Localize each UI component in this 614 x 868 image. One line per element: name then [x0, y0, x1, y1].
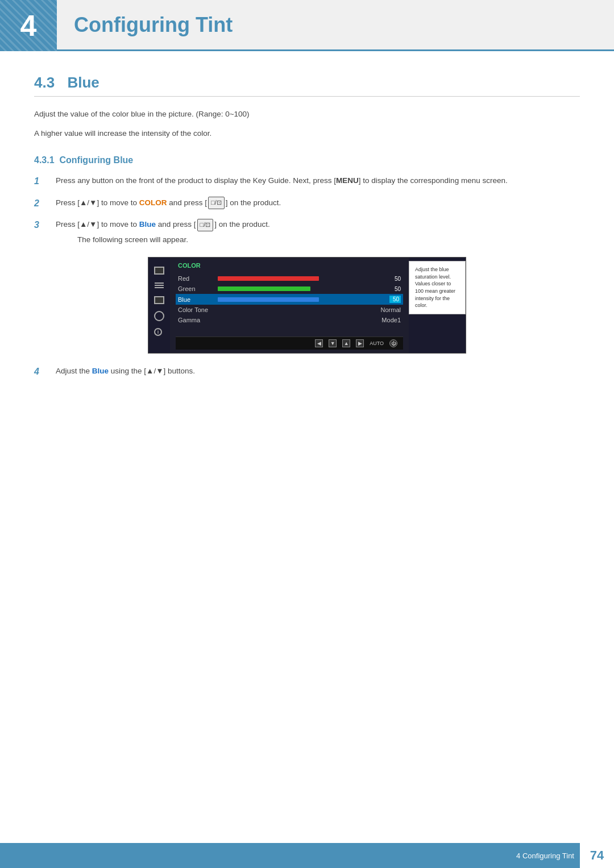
monitor-bar-green — [218, 286, 310, 291]
chapter-title-block: Configuring Tint — [57, 0, 614, 51]
step-3: 3 Press [▲/▼] to move to Blue and press … — [34, 218, 580, 246]
main-content: 4.3 Blue Adjust the value of the color b… — [0, 68, 614, 433]
monitor-row-blue: Blue 50 — [176, 294, 403, 305]
step-3-icon: □/⊡ — [197, 219, 214, 231]
monitor-value-blue: 50 — [389, 296, 401, 303]
monitor-gear-icon — [154, 311, 164, 321]
step-3-indent: The following screen will appear. — [77, 234, 580, 246]
monitor-value-green: 50 — [389, 286, 401, 292]
step-4-number: 4 — [34, 364, 51, 379]
monitor-bar-blue-container — [218, 297, 386, 302]
nav-down: ▼ — [329, 339, 337, 347]
footer-page-number: 74 — [580, 843, 614, 868]
nav-right: ▶ — [356, 339, 364, 347]
monitor-screenshot: i COLOR Red 50 Green 50 — [148, 257, 466, 354]
monitor-left-icons: i — [148, 258, 170, 353]
step-2-number: 2 — [34, 196, 51, 211]
nav-auto: AUTO — [370, 340, 384, 346]
step-3-content: Press [▲/▼] to move to Blue and press [□… — [56, 218, 580, 246]
monitor-label-colortone: Color Tone — [178, 306, 218, 313]
step-2-content: Press [▲/▼] to move to COLOR and press [… — [56, 197, 580, 211]
nav-left: ◀ — [315, 339, 323, 347]
section-title: Blue — [67, 74, 99, 91]
monitor-row-colortone: Color Tone Normal — [176, 305, 403, 315]
step-4-content: Adjust the Blue using the [▲/▼] buttons. — [56, 365, 580, 379]
monitor-value-red: 50 — [389, 276, 401, 282]
monitor-bar-green-container — [218, 286, 386, 291]
subsection-title: Configuring Blue — [59, 155, 133, 165]
step-1-number: 1 — [34, 174, 51, 189]
step-3-number: 3 — [34, 218, 51, 246]
monitor-row-gamma: Gamma Mode1 — [176, 315, 403, 325]
chapter-header: 4 Configuring Tint — [0, 0, 614, 51]
steps-list: 1 Press any button on the front of the p… — [34, 175, 580, 246]
step-1-menu-key: MENU — [336, 176, 359, 185]
monitor-tooltip: Adjust the blue saturation level. Values… — [409, 261, 466, 314]
chapter-number: 4 — [20, 9, 37, 43]
step-2-icon: □/⊡ — [208, 197, 225, 209]
paragraph2: A higher value will increase the intensi… — [34, 127, 580, 140]
step-3-blue-highlight: Blue — [139, 220, 156, 229]
chapter-number-block: 4 — [0, 0, 57, 51]
page-footer: 4 Configuring Tint 74 — [0, 843, 614, 868]
monitor-lines-icon — [154, 281, 164, 289]
monitor-bar-red-container — [218, 276, 386, 281]
monitor-tv-icon — [154, 267, 164, 275]
step-2: 2 Press [▲/▼] to move to COLOR and press… — [34, 197, 580, 211]
section-number: 4.3 — [34, 74, 55, 91]
monitor-row-red: Red 50 — [176, 273, 403, 284]
paragraph1: Adjust the value of the color blue in th… — [34, 108, 580, 121]
chapter-title: Configuring Tint — [74, 13, 233, 37]
monitor-info-icon: i — [154, 328, 162, 336]
monitor-bar-blue — [218, 297, 319, 302]
monitor-menu-title: COLOR — [176, 261, 403, 270]
monitor-menu: COLOR Red 50 Green 50 Blue — [170, 258, 409, 353]
monitor-label-red: Red — [178, 275, 218, 282]
step-2-color-highlight: COLOR — [139, 198, 167, 207]
step-1-content: Press any button on the front of the pro… — [56, 175, 580, 189]
subsection-heading: 4.3.1 Configuring Blue — [34, 155, 580, 165]
step-4-blue-highlight: Blue — [92, 367, 109, 375]
monitor-bar-red — [218, 276, 319, 281]
step-4-list: 4 Adjust the Blue using the [▲/▼] button… — [34, 365, 580, 379]
power-icon: ⏻ — [389, 339, 397, 347]
monitor-value-colortone: Normal — [381, 306, 401, 313]
monitor-value-gamma: Mode1 — [381, 317, 401, 323]
section-heading: 4.3 Blue — [34, 74, 580, 97]
monitor-row-green: Green 50 — [176, 284, 403, 294]
nav-up: ▲ — [342, 339, 350, 347]
monitor-label-blue: Blue — [178, 296, 218, 303]
monitor-label-green: Green — [178, 285, 218, 292]
monitor-bottom-nav: ◀ ▼ ▲ ▶ AUTO ⏻ — [176, 337, 403, 350]
footer-text: 4 Configuring Tint — [516, 852, 574, 860]
monitor-label-gamma: Gamma — [178, 317, 218, 323]
step-4: 4 Adjust the Blue using the [▲/▼] button… — [34, 365, 580, 379]
monitor-picture-icon — [154, 296, 164, 304]
subsection-number: 4.3.1 — [34, 155, 55, 165]
step-1: 1 Press any button on the front of the p… — [34, 175, 580, 189]
